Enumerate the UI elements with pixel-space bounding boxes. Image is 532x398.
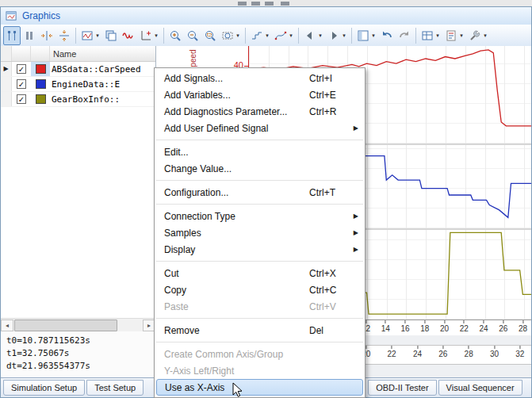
toolbar-separator — [351, 28, 352, 44]
desktop-tab[interactable]: Test Setup — [86, 380, 144, 396]
cursor-align-y-button[interactable] — [55, 26, 73, 45]
curve-style-button[interactable] — [272, 26, 296, 45]
desktop-tab[interactable]: Simulation Setup — [3, 380, 85, 396]
display-mode-button[interactable] — [78, 26, 102, 45]
options-button[interactable] — [466, 26, 490, 45]
pause-cursors-button[interactable] — [21, 26, 38, 45]
toolbar-icon — [380, 29, 394, 43]
dropdown-arrow-icon[interactable] — [434, 33, 441, 39]
desktop-tab[interactable]: OBD-II Tester — [368, 380, 436, 396]
x-axis-tick: 22 — [460, 320, 469, 333]
menu-item[interactable]: Add Signals... Ctrl+I — [155, 70, 365, 86]
menu-item[interactable]: Cut Ctrl+X — [155, 265, 365, 281]
signal-visible-checkbox[interactable] — [17, 64, 26, 74]
tick-mark — [484, 320, 484, 323]
tick-mark — [366, 320, 366, 323]
signal-row[interactable]: EngineData::E — [1, 77, 155, 92]
zoom-in-button[interactable] — [166, 26, 184, 45]
dropdown-arrow-icon[interactable] — [288, 33, 294, 39]
tick-mark — [424, 320, 425, 323]
dropdown-arrow-icon[interactable] — [235, 33, 241, 39]
measurement-setup-button[interactable] — [102, 26, 120, 45]
menu-separator — [155, 136, 365, 144]
tick-mark — [442, 346, 443, 349]
interpolation-style-button[interactable] — [248, 26, 272, 45]
signal-visible-checkbox[interactable] — [17, 79, 26, 89]
graphics-titlebar[interactable]: Graphics — [1, 7, 531, 25]
overview-axis-tick: 24 — [413, 346, 422, 358]
cursor-measurements: t0=10.787115623s t1=32.75067s dt=21.9635… — [1, 331, 155, 379]
menu-item[interactable]: Add Variables... Ctrl+E — [155, 86, 365, 103]
dropdown-arrow-icon[interactable] — [458, 33, 465, 39]
dropdown-arrow-icon[interactable] — [341, 33, 347, 39]
graphics-toolbar — [1, 25, 531, 47]
signal-visible-checkbox[interactable] — [17, 94, 26, 104]
export-button[interactable] — [419, 26, 442, 45]
tick-mark — [444, 320, 445, 323]
dropdown-arrow-icon[interactable] — [264, 33, 270, 39]
signal-color-swatch[interactable] — [36, 79, 46, 89]
menu-item[interactable]: Change Value... — [155, 160, 365, 177]
menu-item[interactable]: Use as X-Axis — [156, 379, 363, 396]
toolbar-icon — [220, 29, 235, 43]
toolbar-icon — [168, 29, 182, 43]
menu-item[interactable]: Add Diagnostics Parameter... Ctrl+R — [155, 103, 365, 120]
cursor-align-x-button[interactable] — [38, 26, 55, 45]
dropdown-arrow-icon[interactable] — [94, 33, 101, 39]
panel-layout-button[interactable] — [354, 26, 378, 45]
next-event-button[interactable] — [325, 26, 349, 45]
toolbar-icon — [22, 29, 36, 43]
signal-selection-button[interactable] — [120, 26, 137, 45]
submenu-arrow-icon — [354, 212, 358, 220]
toolbar-icon — [57, 29, 71, 43]
undo-button[interactable] — [378, 26, 396, 45]
name-column-header[interactable]: Name — [50, 46, 155, 61]
dropdown-arrow-icon[interactable] — [370, 33, 377, 39]
signal-row[interactable]: ABSdata::CarSpeed — [1, 62, 155, 77]
header-color-column — [31, 46, 50, 61]
signal-table-header: Name — [1, 46, 155, 62]
desktop-tab[interactable]: Visual Sequencer — [438, 380, 522, 396]
redo-button[interactable] — [396, 26, 413, 45]
signal-name[interactable]: EngineData::E — [50, 77, 155, 91]
toolbar-icon — [303, 29, 317, 43]
dropdown-arrow-icon[interactable] — [317, 33, 323, 39]
x-axis-tick: 26 — [499, 320, 507, 333]
menu-item[interactable]: Samples — [155, 224, 365, 241]
menu-item[interactable]: Copy Ctrl+C — [155, 281, 365, 298]
scrollbar-thumb[interactable] — [14, 320, 117, 331]
dropdown-arrow-icon[interactable] — [482, 33, 488, 39]
zoom-mode-button[interactable] — [219, 26, 243, 45]
zoom-out-button[interactable] — [184, 26, 201, 45]
signal-name[interactable]: GearBoxInfo:: — [50, 92, 155, 106]
signal-row[interactable]: GearBoxInfo:: — [1, 92, 155, 107]
toolbar-icon — [104, 29, 118, 43]
window-title: Graphics — [22, 10, 60, 21]
tick-mark — [464, 320, 465, 323]
axis-setup-button[interactable] — [137, 26, 161, 45]
row-selector-gutter — [1, 92, 12, 106]
menu-item[interactable]: Display — [155, 241, 365, 258]
menu-item: Y-Axis Left/Right — [155, 362, 365, 379]
zoom-window-button[interactable] — [201, 26, 219, 45]
x-axis-tick: 20 — [440, 320, 449, 333]
previous-event-button[interactable] — [301, 26, 325, 45]
signal-color-swatch[interactable] — [36, 94, 46, 104]
horizontal-scrollbar[interactable] — [1, 318, 155, 331]
x-axis-tick: 16 — [401, 320, 410, 333]
dropdown-arrow-icon[interactable] — [153, 33, 159, 39]
cursor-measurement-line: dt=21.963554377s — [6, 360, 155, 373]
measurement-cursors-button[interactable] — [3, 26, 21, 45]
signal-color-swatch[interactable] — [36, 64, 46, 74]
signal-name[interactable]: ABSdata::CarSpeed — [50, 62, 155, 76]
menu-item[interactable]: Configuration... Ctrl+T — [155, 184, 365, 201]
toolbar-separator — [75, 28, 76, 44]
toolbar-icon — [327, 29, 341, 43]
row-selector-gutter — [1, 62, 12, 76]
scroll-left-button[interactable] — [1, 320, 13, 331]
menu-item[interactable]: Remove Del — [155, 322, 365, 339]
menu-item[interactable]: Edit... — [155, 144, 365, 160]
menu-item[interactable]: Add User Defined Signal — [155, 120, 365, 136]
menu-item[interactable]: Connection Type — [155, 208, 365, 224]
report-button[interactable] — [442, 26, 466, 45]
